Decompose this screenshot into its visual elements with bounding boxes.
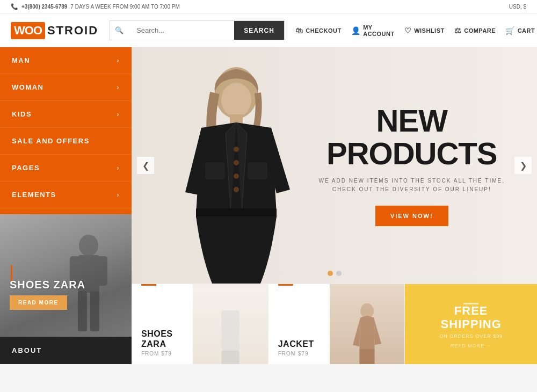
logo-stroid: STROID xyxy=(47,24,98,38)
free-shipping-sub: ON ORDERS OVER $99 xyxy=(439,333,503,339)
currency-selector[interactable]: USD, $ xyxy=(509,4,526,10)
hero-model-figure xyxy=(148,63,325,284)
sidebar-banner-text: SHOES ZARA READ MORE xyxy=(10,279,85,310)
svg-rect-14 xyxy=(206,163,224,179)
main-layout: MAN › WOMAN › KIDS › SALE AND OFFERS PAG… xyxy=(0,47,537,364)
sidebar-item-sale[interactable]: SALE AND OFFERS xyxy=(0,128,132,155)
product-card-info-jacket: JACKET FROM $79 xyxy=(278,339,395,357)
checkout-label: CHECKOUT xyxy=(306,27,341,34)
sidebar-nav: MAN › WOMAN › KIDS › SALE AND OFFERS PAG… xyxy=(0,47,132,214)
product-card-info: SHOESZARA FROM $79 xyxy=(141,329,258,357)
sidebar-item-man[interactable]: MAN › xyxy=(0,47,132,74)
banner-read-more-button[interactable]: READ MORE xyxy=(10,295,67,310)
logo[interactable]: WOO STROID xyxy=(11,22,98,39)
slider-dot-2[interactable] xyxy=(336,271,342,276)
my-account-link[interactable]: 👤 MY ACCOUNT xyxy=(351,24,395,37)
cart-link[interactable]: 🛒 CarT 0 xyxy=(505,26,537,35)
svg-point-11 xyxy=(234,173,239,179)
slider-dot-1[interactable] xyxy=(328,271,333,276)
sidebar-banner: SHOES ZARA READ MORE xyxy=(0,214,132,337)
header-nav: 🛍 CHECKOUT 👤 MY ACCOUNT ♡ WISHLIST ⚖ CoM… xyxy=(295,24,537,37)
sidebar-label-sale: SALE AND OFFERS xyxy=(12,137,90,145)
product-price-shoes: FROM $79 xyxy=(141,351,258,357)
search-icon: 🔍 xyxy=(110,21,129,40)
sidebar-label-woman: WOMAN xyxy=(12,83,44,91)
sidebar-item-woman[interactable]: WOMAN › xyxy=(0,74,132,101)
svg-rect-15 xyxy=(248,163,267,179)
logo-woo: WOO xyxy=(11,22,45,39)
compare-link[interactable]: ⚖ CoMpARE xyxy=(454,26,496,35)
contact-info: 📞 +3(800) 2345-6789 7 DAYS A WEEK FROM 9… xyxy=(11,3,180,10)
hero-title: NEW PRODUCTS xyxy=(318,105,505,170)
hero-slider: NEW PRODUCTS WE ADD NEW ITEMS INTO THE S… xyxy=(132,47,537,284)
product-card-accent-jacket xyxy=(278,284,293,286)
svg-rect-5 xyxy=(90,291,99,331)
sidebar-item-pages[interactable]: PAGES › xyxy=(0,155,132,182)
free-shipping-read-more[interactable]: READ MORE → xyxy=(451,343,492,349)
chevron-right-icon: › xyxy=(117,164,120,172)
product-price-jacket: FROM $79 xyxy=(278,351,395,357)
search-input[interactable] xyxy=(129,21,234,40)
slider-prev-button[interactable]: ❮ xyxy=(137,157,154,174)
sidebar-about[interactable]: ABOUT xyxy=(0,337,132,364)
svg-point-7 xyxy=(221,83,251,117)
product-card-jacket[interactable]: JACKET FROM $79 xyxy=(268,284,405,364)
svg-point-12 xyxy=(234,187,239,192)
chevron-right-icon: › xyxy=(117,111,120,118)
sidebar-item-kids[interactable]: KIDS › xyxy=(0,101,132,128)
phone-number[interactable]: +3(800) 2345-6789 xyxy=(21,4,67,10)
hours-text: 7 DAYS A WEEK FROM 9:00 AM TO 7:00 PM xyxy=(70,4,179,10)
main-content: NEW PRODUCTS WE ADD NEW ITEMS INTO THE S… xyxy=(132,47,537,364)
top-bar: 📞 +3(800) 2345-6789 7 DAYS A WEEK FROM 9… xyxy=(0,0,537,14)
product-card-accent xyxy=(141,284,156,286)
chevron-right-icon: › xyxy=(117,57,120,64)
wishlist-icon: ♡ xyxy=(404,26,412,35)
slider-dots xyxy=(328,271,342,276)
sidebar-item-elements[interactable]: ELEMENTS › xyxy=(0,182,132,208)
free-shipping-card[interactable]: FREESHIPPING ON ORDERS OVER $99 READ MOR… xyxy=(405,284,537,364)
sidebar-label-man: MAN xyxy=(12,56,30,64)
compare-label: CoMpARE xyxy=(464,27,496,34)
sidebar-label-pages: PAGES xyxy=(12,164,40,172)
cart-icon: 🛒 xyxy=(505,26,515,35)
svg-point-0 xyxy=(79,235,98,256)
product-title-jacket: JACKET xyxy=(278,339,395,349)
sidebar-label-elements: ELEMENTS xyxy=(12,191,56,199)
account-label: MY ACCOUNT xyxy=(363,24,395,37)
slider-next-button[interactable]: ❯ xyxy=(514,157,532,174)
product-title-shoes: SHOESZARA xyxy=(141,329,258,349)
phone-icon: 📞 xyxy=(11,3,18,10)
svg-point-10 xyxy=(234,160,239,165)
search-bar: 🔍 SEARCH xyxy=(109,20,285,40)
chevron-right-icon: › xyxy=(117,84,120,91)
product-card-shoes[interactable]: SHOESZARA FROM $79 xyxy=(132,284,268,364)
hero-cta-button[interactable]: VIEW NOW! xyxy=(375,206,448,226)
svg-point-9 xyxy=(234,147,239,152)
hero-subtitle: WE ADD NEW ITEMS INTO THE STOCK ALL THE … xyxy=(318,177,505,194)
sidebar: MAN › WOMAN › KIDS › SALE AND OFFERS PAG… xyxy=(0,47,132,364)
wishlist-label: WISHLIST xyxy=(414,27,445,34)
sidebar-label-kids: KIDS xyxy=(12,110,32,118)
wishlist-link[interactable]: ♡ WISHLIST xyxy=(404,26,445,35)
hero-model-svg xyxy=(148,63,325,284)
cart-label: CarT xyxy=(518,27,535,34)
checkout-link[interactable]: 🛍 CHECKOUT xyxy=(295,26,342,35)
header: WOO STROID 🔍 SEARCH 🛍 CHECKOUT 👤 MY ACCO… xyxy=(0,14,537,47)
hero-text: NEW PRODUCTS WE ADD NEW ITEMS INTO THE S… xyxy=(318,105,505,226)
svg-rect-3 xyxy=(98,256,107,286)
banner-title: SHOES ZARA xyxy=(10,279,85,291)
chevron-right-icon: › xyxy=(117,191,120,199)
product-row: SHOESZARA FROM $79 JACKET xyxy=(132,284,537,364)
checkout-icon: 🛍 xyxy=(295,26,303,35)
account-icon: 👤 xyxy=(351,26,361,35)
search-button[interactable]: SEARCH xyxy=(234,21,284,40)
free-shipping-title: FREESHIPPING xyxy=(441,304,502,330)
compare-icon: ⚖ xyxy=(454,26,462,35)
